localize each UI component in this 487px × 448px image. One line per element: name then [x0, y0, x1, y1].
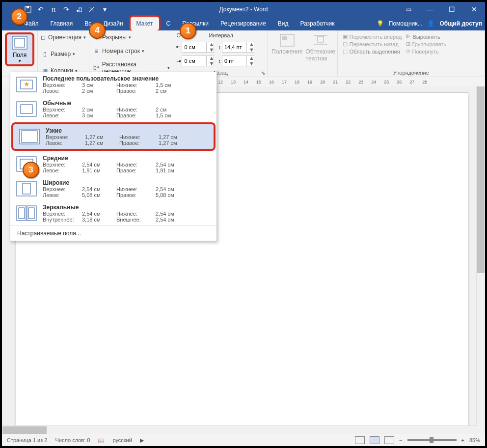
- size-icon: ▯: [41, 50, 49, 58]
- spacing-before-icon: ↕: [218, 44, 221, 50]
- redo-icon[interactable]: ↷: [62, 5, 70, 13]
- status-bar: Страница 1 из 2 Число слов: 0 📖 русский …: [2, 434, 485, 446]
- tab-references[interactable]: С: [161, 17, 177, 30]
- hyphenation-icon: bᵃ: [92, 64, 100, 72]
- vertical-scrollbar[interactable]: [476, 86, 485, 434]
- language-indicator[interactable]: русский: [112, 437, 132, 443]
- custom-margins-button[interactable]: Настраиваемые поля...: [10, 225, 216, 241]
- spellcheck-icon[interactable]: 📖: [98, 437, 105, 444]
- read-mode-button[interactable]: [355, 436, 365, 444]
- paragraph-launcher-icon[interactable]: ⬊: [261, 70, 265, 76]
- svg-rect-16: [20, 129, 39, 144]
- callout-4: 4: [89, 22, 106, 39]
- macro-icon[interactable]: ▶: [140, 437, 144, 444]
- pin-icon[interactable]: [88, 5, 96, 13]
- arrange-group-label: Упорядочение: [341, 70, 482, 76]
- margins-custom-icon: ★: [15, 75, 38, 94]
- line-numbers-button[interactable]: ≡Номера строк▾: [92, 46, 170, 56]
- margins-mirrored-icon: [15, 204, 38, 223]
- bring-forward-button: ▣Переместить вперед: [343, 33, 402, 40]
- indent-left-input[interactable]: 0 см▲▼: [182, 42, 214, 53]
- selection-pane-icon: ⬚: [343, 48, 348, 55]
- title-bar: ↶ π ↷ ▾ Документ2 - Word ▭ — ☐ ✕: [2, 2, 485, 17]
- spacing-after-input[interactable]: 0 пт▲▼: [222, 56, 254, 66]
- margins-normal[interactable]: Обычные Верхнее:2 смНижнее:2 см Левое:3 …: [10, 97, 216, 121]
- svg-rect-8: [318, 36, 324, 42]
- group-button: ⊞Группировать: [406, 41, 447, 47]
- align-button[interactable]: ⊫Выровнять: [406, 33, 447, 40]
- size-button[interactable]: ▯Размер▾: [41, 49, 86, 59]
- send-backward-button: ▢Переместить назад: [343, 41, 402, 47]
- svg-rect-14: [17, 102, 36, 116]
- margins-button[interactable]: Поля ▾: [5, 32, 34, 66]
- indent-right-icon: ⇥: [176, 58, 181, 64]
- svg-rect-7: [282, 36, 287, 40]
- tab-review[interactable]: Рецензирование: [215, 17, 272, 30]
- indent-left-icon: ⇤: [176, 44, 181, 50]
- position-button: Положение: [271, 32, 304, 76]
- selection-pane-button[interactable]: ⬚Область выделения: [343, 48, 402, 55]
- tab-home[interactable]: Главная: [45, 17, 79, 30]
- margins-mirrored[interactable]: Зеркальные Верхнее:2,54 смНижнее:2,54 см…: [10, 201, 216, 225]
- indent-right-input[interactable]: 0 см▲▼: [182, 56, 214, 66]
- margins-wide[interactable]: Широкие Верхнее:2,54 смНижнее:2,54 см Ле…: [10, 176, 216, 201]
- print-layout-button[interactable]: [370, 436, 379, 444]
- tab-view[interactable]: Вид: [272, 17, 295, 30]
- orientation-icon: ◻: [41, 33, 46, 41]
- minimize-button[interactable]: —: [419, 2, 441, 17]
- draw-icon[interactable]: [75, 5, 83, 13]
- zoom-in-button[interactable]: +: [461, 437, 464, 443]
- margins-label: Поля: [9, 52, 30, 58]
- qat-dropdown-icon[interactable]: ▾: [101, 5, 108, 13]
- rotate-button: ⟳Повернуть: [406, 48, 447, 55]
- send-backward-icon: ▢: [343, 41, 348, 47]
- tab-layout[interactable]: Макет: [129, 15, 161, 32]
- spacing-label: Интервал: [209, 32, 232, 38]
- web-layout-button[interactable]: [384, 436, 394, 444]
- align-icon: ⊫: [406, 33, 411, 40]
- person-icon: 👤: [427, 20, 434, 27]
- group-icon: ⊞: [406, 41, 410, 47]
- zoom-slider[interactable]: [407, 439, 457, 441]
- pi-icon[interactable]: π: [50, 5, 57, 13]
- wrap-text-button: Обтекание текстом: [304, 32, 337, 76]
- orientation-button[interactable]: ◻Ориентация▾: [41, 32, 86, 42]
- tell-me[interactable]: Помощник...: [389, 20, 423, 27]
- word-count[interactable]: Число слов: 0: [55, 437, 90, 443]
- margins-dropdown: ★ Последнее пользовательское значение Ве…: [10, 72, 217, 241]
- svg-text:★: ★: [24, 80, 30, 88]
- lightbulb-icon: 💡: [377, 20, 384, 27]
- margins-wide-icon: [15, 179, 38, 198]
- ribbon-options-icon[interactable]: ▭: [406, 6, 411, 13]
- margins-last-custom[interactable]: ★ Последнее пользовательское значение Ве…: [10, 72, 216, 97]
- margins-narrow[interactable]: Узкие Верхнее:1,27 смНижнее:1,27 см Лево…: [11, 122, 216, 151]
- maximize-button[interactable]: ☐: [441, 2, 463, 17]
- line-numbers-icon: ≡: [92, 47, 100, 55]
- callout-3: 3: [23, 162, 39, 178]
- svg-rect-3: [79, 8, 81, 12]
- window-title: Документ2 - Word: [219, 6, 268, 13]
- zoom-level[interactable]: 85%: [469, 437, 480, 443]
- svg-point-2: [77, 10, 79, 12]
- margins-moderate[interactable]: Средние Верхнее:2,54 смНижнее:2,54 см Ле…: [10, 152, 216, 176]
- bring-forward-icon: ▣: [343, 33, 348, 40]
- ribbon-tabs: Файл Главная Вс Дизайн Макет С Рассылки …: [2, 17, 485, 30]
- spacing-after-icon: ↕: [218, 58, 221, 64]
- share-button[interactable]: Общий доступ: [439, 20, 482, 27]
- callout-2: 2: [11, 8, 27, 25]
- zoom-out-button[interactable]: −: [399, 437, 402, 443]
- horizontal-scrollbar[interactable]: [2, 425, 477, 434]
- tab-developer[interactable]: Разработчик: [294, 17, 340, 30]
- page-indicator[interactable]: Страница 1 из 2: [7, 437, 47, 443]
- margins-normal-icon: [15, 100, 38, 118]
- svg-rect-1: [27, 6, 29, 8]
- callout-1: 1: [180, 23, 196, 39]
- spacing-before-input[interactable]: 14,4 пт▲▼: [222, 42, 254, 53]
- rotate-icon: ⟳: [406, 48, 410, 55]
- margins-narrow-icon: [18, 127, 41, 146]
- undo-icon[interactable]: ↶: [37, 5, 45, 13]
- close-button[interactable]: ✕: [463, 2, 485, 17]
- ribbon: Поля ▾ ◻Ориентация▾ ▯Размер▾ ▥Колонки▾ ⤵…: [2, 30, 485, 77]
